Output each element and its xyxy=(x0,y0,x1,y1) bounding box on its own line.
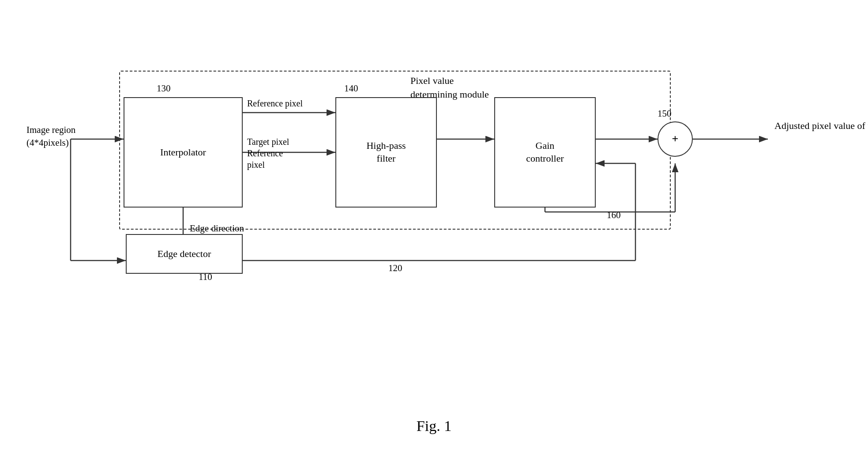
edge-detector-label: Edge detector xyxy=(158,248,211,261)
adder-circle: + xyxy=(658,121,693,157)
edge-detector-box: Edge detector xyxy=(126,234,243,274)
label-120: 120 xyxy=(388,263,402,274)
figure-caption: Fig. 1 xyxy=(417,418,451,435)
highpass-box: High-passfilter xyxy=(335,97,437,208)
adjusted-pixel-label: Adjusted pixel value of the target pixel xyxy=(774,119,854,133)
interpolator-box: Interpolator xyxy=(124,97,243,208)
gain-label: Gaincontroller xyxy=(526,140,564,165)
image-region-label: Image region(4*4pixels) xyxy=(26,124,75,150)
label-110: 110 xyxy=(199,272,212,283)
interpolator-label: Interpolator xyxy=(160,146,206,159)
highpass-label: High-passfilter xyxy=(366,140,406,165)
target-ref-pixel-label: Target pixelReferencepixel xyxy=(247,136,289,170)
adder-symbol: + xyxy=(672,132,679,146)
reference-pixel-top-label: Reference pixel xyxy=(247,98,303,109)
gain-box: Gaincontroller xyxy=(494,97,596,208)
edge-direction-label: Edge direction xyxy=(190,223,244,234)
label-150: 150 xyxy=(658,108,672,119)
label-160: 160 xyxy=(607,210,621,221)
label-130: 130 xyxy=(157,83,171,94)
label-140: 140 xyxy=(344,83,358,94)
diagram-container: Pixel value determining module Interpola… xyxy=(26,26,838,389)
